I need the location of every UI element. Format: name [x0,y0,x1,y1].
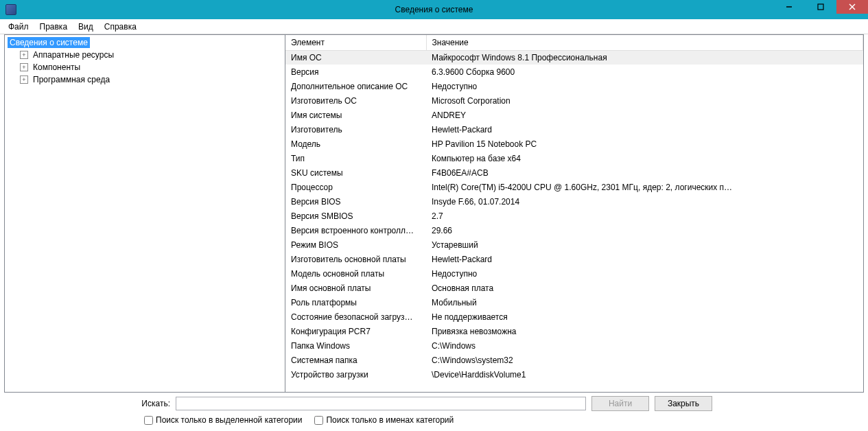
find-button[interactable]: Найти [591,396,649,411]
cell-element: Модель [285,137,426,151]
details-pane[interactable]: Элемент Значение Имя ОСМайкрософт Window… [285,34,864,393]
chk-category-names-label: Поиск только в именах категорий [326,415,454,425]
close-find-button[interactable]: Закрыть [655,396,712,411]
cell-value: C:\Windows\system32 [426,353,863,367]
table-row[interactable]: Роль платформыМобильный [285,295,863,310]
table-row[interactable]: Папка WindowsC:\Windows [285,338,863,353]
expand-icon[interactable]: + [20,51,28,59]
table-row[interactable]: Изготовитель ОСMicrosoft Corporation [285,93,863,108]
window-title: Сведения о системе [0,5,868,14]
search-label: Искать: [4,399,176,408]
cell-element: Модель основной платы [285,266,426,281]
table-row[interactable]: Режим BIOSУстаревший [285,237,863,252]
cell-value: \Device\HarddiskVolume1 [426,367,863,382]
cell-value: ANDREY [426,108,863,122]
chk-selected-category-box[interactable] [144,416,153,425]
cell-value: Insyde F.66, 01.07.2014 [426,194,863,209]
cell-value: Компьютер на базе x64 [426,151,863,165]
table-header-row: Элемент Значение [285,35,863,50]
cell-element: Имя ОС [285,50,426,65]
maximize-icon [817,3,824,10]
cell-value: Основная плата [426,281,863,295]
table-row[interactable]: Состояние безопасной загруз…Не поддержив… [285,310,863,324]
table-row[interactable]: Версия6.3.9600 Сборка 9600 [285,65,863,79]
table-row[interactable]: Имя основной платыОсновная плата [285,281,863,295]
table-row[interactable]: Изготовитель основной платыHewlett-Packa… [285,252,863,266]
table-row[interactable]: МодельHP Pavilion 15 Notebook PC [285,137,863,151]
tree-pane[interactable]: Сведения о системе + Аппаратные ресурсы … [4,34,285,393]
cell-value: Недоступно [426,266,863,281]
cell-value: Недоступно [426,79,863,93]
minimize-icon [786,3,793,10]
cell-value: Не поддерживается [426,310,863,324]
cell-element: Процессор [285,180,426,194]
cell-value: Майкрософт Windows 8.1 Профессиональная [426,50,863,65]
table-row[interactable]: Системная папкаC:\Windows\system32 [285,353,863,367]
cell-element: Версия встроенного контролл… [285,223,426,237]
cell-element: Имя основной платы [285,281,426,295]
menu-file[interactable]: Файл [3,21,34,33]
footer-row-search: Искать: Найти Закрыть [4,395,864,412]
tree-label: Компоненты [31,62,82,73]
table-row[interactable]: Имя системыANDREY [285,108,863,122]
window-controls [773,0,868,14]
tree-label: Программная среда [31,74,112,85]
chk-category-names[interactable]: Поиск только в именах категорий [312,414,454,427]
menu-help[interactable]: Справка [99,21,142,33]
cell-value: Hewlett-Packard [426,252,863,266]
cell-value: Мобильный [426,295,863,310]
cell-element: Системная папка [285,353,426,367]
tree-node-components[interactable]: + Компоненты [6,61,283,73]
cell-element: Изготовитель основной платы [285,252,426,266]
cell-element: Версия SMBIOS [285,209,426,223]
cell-value: Привязка невозможна [426,324,863,338]
cell-value: F4B06EA#ACB [426,165,863,180]
menubar: Файл Правка Вид Справка [0,19,868,34]
table-row[interactable]: Модель основной платыНедоступно [285,266,863,281]
search-input[interactable] [176,397,586,410]
table-row[interactable]: Дополнительное описание ОСНедоступно [285,79,863,93]
menu-view[interactable]: Вид [73,21,99,33]
minimize-button[interactable] [773,0,805,14]
col-value[interactable]: Значение [426,35,863,50]
cell-value: 6.3.9600 Сборка 9600 [426,65,863,79]
cell-element: Имя системы [285,108,426,122]
expand-icon[interactable]: + [20,63,28,71]
cell-element: Дополнительное описание ОС [285,79,426,93]
tree-label: Сведения о системе [8,37,90,48]
cell-value: HP Pavilion 15 Notebook PC [426,137,863,151]
table-row[interactable]: Версия встроенного контролл…29.66 [285,223,863,237]
close-button[interactable] [836,0,868,14]
close-icon [849,3,856,10]
cell-value: Устаревший [426,237,863,252]
table-row[interactable]: Устройство загрузки\Device\HarddiskVolum… [285,367,863,382]
expand-icon[interactable]: + [20,75,28,84]
table-row[interactable]: Имя ОСМайкрософт Windows 8.1 Профессиона… [285,50,863,65]
table-row[interactable]: ПроцессорIntel(R) Core(TM) i5-4200U CPU … [285,180,863,194]
cell-element: Тип [285,151,426,165]
tree-node-root[interactable]: Сведения о системе [6,36,283,49]
chk-selected-category[interactable]: Поиск только в выделенной категории [141,414,302,427]
tree-node-software-env[interactable]: + Программная среда [6,73,283,86]
cell-element: Роль платформы [285,295,426,310]
col-element[interactable]: Элемент [285,35,426,50]
table-row[interactable]: SKU системыF4B06EA#ACB [285,165,863,180]
table-row[interactable]: ТипКомпьютер на базе x64 [285,151,863,165]
menu-edit[interactable]: Правка [34,21,73,33]
table-row[interactable]: Версия BIOSInsyde F.66, 01.07.2014 [285,194,863,209]
cell-value: Intel(R) Core(TM) i5-4200U CPU @ 1.60GHz… [426,180,863,194]
cell-value: Hewlett-Packard [426,122,863,137]
footer-row-checks: Поиск только в выделенной категории Поис… [4,413,864,427]
cell-value: 29.66 [426,223,863,237]
titlebar: Сведения о системе [0,0,868,19]
svg-rect-1 [818,4,823,10]
table-row[interactable]: ИзготовительHewlett-Packard [285,122,863,137]
cell-element: Состояние безопасной загруз… [285,310,426,324]
chk-category-names-box[interactable] [314,416,323,425]
tree-label: Аппаратные ресурсы [31,49,116,60]
table-row[interactable]: Конфигурация PCR7Привязка невозможна [285,324,863,338]
cell-value: C:\Windows [426,338,863,353]
maximize-button[interactable] [805,0,836,14]
table-row[interactable]: Версия SMBIOS2.7 [285,209,863,223]
tree-node-hardware[interactable]: + Аппаратные ресурсы [6,49,283,61]
